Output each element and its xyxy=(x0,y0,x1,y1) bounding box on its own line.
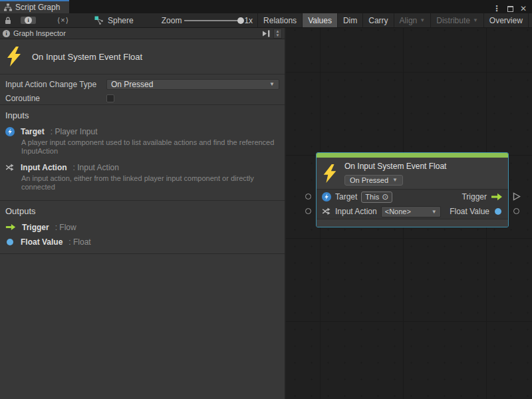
list-item: Trigger : Flow xyxy=(5,223,275,232)
window-controls: ⋮ ✕ xyxy=(493,4,532,13)
event-type-dropdown[interactable]: On Pressed ▼ xyxy=(344,175,403,186)
relations-button[interactable]: Relations xyxy=(257,13,302,27)
inspector-node-title: On Input System Event Float xyxy=(32,52,142,62)
port-type: : Player Input xyxy=(51,127,98,136)
graph-icon xyxy=(94,16,104,25)
align-button[interactable]: Align▼ xyxy=(394,13,431,27)
lock-icon xyxy=(5,17,11,25)
toolbar-buttons: Relations Values Dim Carry Align▼ Distri… xyxy=(257,13,532,27)
window-menu-icon[interactable]: ⋮ xyxy=(493,4,501,13)
flow-arrow-icon xyxy=(491,193,503,201)
change-type-label: Input Action Change Type xyxy=(5,80,106,89)
inputs-heading: Inputs xyxy=(5,110,275,120)
zoom-control: Zoom 1x xyxy=(157,13,257,27)
tab-script-graph[interactable]: Script Graph xyxy=(0,0,69,13)
port-name: Target xyxy=(21,127,45,136)
dock-panel-icon[interactable] xyxy=(261,30,270,37)
inspector-empty-area xyxy=(0,254,285,399)
values-button[interactable]: Values xyxy=(302,13,337,27)
port-label-target: Target xyxy=(335,192,357,201)
tab-bar: Script Graph ⋮ ✕ xyxy=(0,0,532,13)
graph-breadcrumb[interactable]: Sphere xyxy=(90,13,138,27)
port-name: Input Action xyxy=(21,163,67,172)
port-type: : Float xyxy=(68,237,90,247)
change-type-dropdown[interactable]: On Pressed ▼ xyxy=(106,79,279,90)
port-description: A player input component used to list av… xyxy=(21,138,275,156)
overview-button[interactable]: Overview xyxy=(483,13,528,27)
output-port-float-value[interactable] xyxy=(513,208,519,214)
zoom-slider[interactable] xyxy=(184,20,241,21)
carry-button[interactable]: Carry xyxy=(362,13,393,27)
chevron-down-icon: ▼ xyxy=(392,177,398,183)
inspector-properties: Input Action Change Type On Pressed ▼ Co… xyxy=(0,74,285,105)
zoom-label: Zoom xyxy=(162,16,182,25)
player-input-icon xyxy=(5,127,15,136)
close-icon[interactable]: ✕ xyxy=(520,5,527,13)
chevron-down-icon: ▼ xyxy=(420,17,425,23)
input-port-target[interactable] xyxy=(305,194,311,200)
output-port-trigger[interactable] xyxy=(513,192,521,201)
port-label-float-value: Float Value xyxy=(450,207,489,216)
chevron-down-icon: ▼ xyxy=(269,81,275,87)
port-label-trigger: Trigger xyxy=(462,192,487,201)
list-item: Target : Player Input xyxy=(5,127,275,136)
list-item: Float Value : Float xyxy=(5,237,275,247)
port-description: An input action, either from the linked … xyxy=(21,174,275,192)
outputs-heading: Outputs xyxy=(5,206,275,216)
node-accent-bar xyxy=(317,153,508,158)
flow-arrow-icon xyxy=(5,223,16,231)
node-header: On Input System Event Float On Pressed ▼ xyxy=(317,158,508,190)
zoom-slider-handle[interactable] xyxy=(237,17,244,24)
info-icon: i xyxy=(25,17,32,24)
port-label-input-action: Input Action xyxy=(335,207,377,216)
maximize-icon[interactable] xyxy=(507,6,513,12)
code-view-icon: ⟨×⟩ xyxy=(57,16,69,25)
object-picker-icon[interactable]: ⊙ xyxy=(382,193,388,201)
input-action-dropdown[interactable]: <None> ▼ xyxy=(381,206,441,217)
graph-name-label: Sphere xyxy=(108,16,134,25)
port-type: : Input Action xyxy=(73,163,119,172)
port-name: Trigger xyxy=(22,223,49,232)
fullscreen-button[interactable]: Full Screen xyxy=(528,13,532,27)
target-object-field[interactable]: This ⊙ xyxy=(361,192,392,203)
info-icon: i xyxy=(3,30,10,37)
lightning-bolt-icon xyxy=(7,47,21,66)
port-row-input-action-float: Input Action <None> ▼ Float Value xyxy=(317,204,508,219)
node-footer xyxy=(317,219,508,227)
graph-toolbar: i ⟨×⟩ Sphere Zoom 1x Relations Values Di xyxy=(0,13,532,28)
port-name: Float Value xyxy=(21,237,63,247)
inspector-toggle-button[interactable]: i xyxy=(16,13,41,27)
list-item: Input Action : Input Action xyxy=(5,163,275,172)
zoom-value: 1x xyxy=(244,16,253,25)
graph-canvas[interactable]: On Input System Event Float On Pressed ▼… xyxy=(286,28,532,399)
graph-tab-icon xyxy=(4,3,12,11)
inputs-section: Inputs Target : Player Input A player in… xyxy=(0,105,285,201)
script-graph-window: Script Graph ⋮ ✕ i ⟨×⟩ xyxy=(0,0,532,399)
lightning-bolt-icon xyxy=(323,164,336,183)
distribute-button[interactable]: Distribute▼ xyxy=(430,13,483,27)
coroutine-checkbox[interactable] xyxy=(106,94,114,102)
tab-title: Script Graph xyxy=(15,3,60,12)
input-action-icon xyxy=(322,207,331,216)
graph-inspector-header: i Graph Inspector ▲▼ xyxy=(0,28,285,39)
float-dot-icon xyxy=(495,208,501,215)
chevron-down-icon: ▼ xyxy=(473,17,478,23)
node-on-input-system-event-float[interactable]: On Input System Event Float On Pressed ▼… xyxy=(316,152,509,227)
graph-inspector-panel: i Graph Inspector ▲▼ On Input System Eve… xyxy=(0,28,285,399)
inspector-title: Graph Inspector xyxy=(13,29,258,37)
lock-button[interactable] xyxy=(0,13,16,27)
player-input-icon xyxy=(322,192,331,201)
input-action-icon xyxy=(5,163,15,172)
dim-button[interactable]: Dim xyxy=(337,13,362,27)
code-view-button[interactable]: ⟨×⟩ xyxy=(53,13,74,27)
port-type: : Flow xyxy=(55,223,76,232)
outputs-section: Outputs Trigger : Flow Float Value : Flo… xyxy=(0,201,285,254)
scroll-stepper[interactable]: ▲▼ xyxy=(273,29,282,39)
port-row-target-trigger: Target This ⊙ Trigger xyxy=(317,190,508,204)
coroutine-label: Coroutine xyxy=(5,94,106,103)
chevron-down-icon: ▼ xyxy=(432,209,437,215)
node-title: On Input System Event Float xyxy=(344,162,446,171)
chevron-down-icon: ▼ xyxy=(276,33,280,37)
input-port-input-action[interactable] xyxy=(305,208,311,214)
float-dot-icon xyxy=(7,239,13,245)
